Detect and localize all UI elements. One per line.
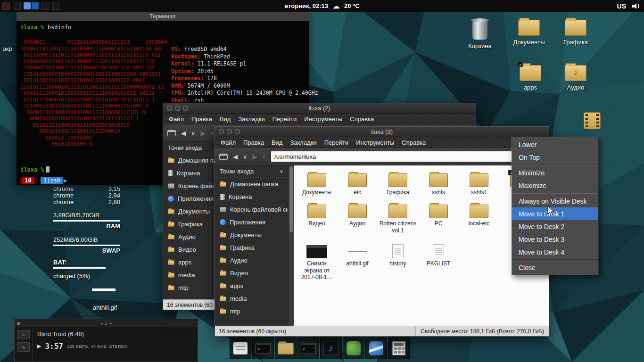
window-button[interactable] bbox=[175, 106, 180, 111]
window-titlebar[interactable]: iluxa (3) bbox=[215, 127, 549, 137]
player-titlebar[interactable]: ≡ ~ ♪ ~ bbox=[15, 319, 198, 327]
app-icon[interactable] bbox=[41, 2, 50, 10]
menu-view[interactable]: Вид bbox=[268, 138, 287, 147]
up-icon[interactable]: ↑ bbox=[263, 154, 266, 160]
menu-bookmarks[interactable]: Закладки bbox=[286, 138, 320, 147]
sidebar-item-graphics[interactable]: Графика bbox=[215, 241, 288, 254]
up-icon[interactable]: ↑ bbox=[211, 130, 214, 136]
menu-view[interactable]: Вид bbox=[216, 115, 235, 123]
menu-item-move-to-desk-3[interactable]: Move to Desk 3 bbox=[512, 233, 598, 246]
file-list-area[interactable]: Документы etc Графика sshfs sshfs1 ×fv В… bbox=[294, 165, 549, 326]
player-menu-icon[interactable]: ≡ bbox=[17, 321, 20, 326]
desktop-icon-trash[interactable]: Корзина bbox=[459, 19, 501, 49]
terminal-titlebar[interactable]: Терминал bbox=[17, 12, 309, 21]
taskbar-music-player[interactable]: ♪ bbox=[320, 337, 342, 359]
film-icon[interactable] bbox=[584, 112, 601, 129]
menu-item-minimize[interactable]: Minimize bbox=[512, 166, 598, 179]
menu-item-move-to-desk-1[interactable]: Move to Desk 1 bbox=[512, 207, 598, 220]
menu-file[interactable]: Файл bbox=[165, 115, 188, 123]
file-item[interactable]: sshfs bbox=[418, 169, 459, 197]
file-item[interactable]: Видео bbox=[297, 200, 337, 229]
scope-glyphs: ~ ♪ ~ bbox=[100, 321, 112, 326]
new-tab-icon[interactable] bbox=[219, 154, 228, 160]
play-icon[interactable]: ▶ bbox=[37, 343, 41, 349]
menu-item-always-on-visible-desk[interactable]: Always on Visible Desk bbox=[512, 195, 598, 207]
window-titlebar[interactable]: iluxa (2) bbox=[163, 103, 476, 114]
menu-help[interactable]: Справка bbox=[398, 138, 429, 147]
desktop-icon-apps[interactable]: × apps bbox=[509, 65, 552, 91]
history-dropdown-icon[interactable]: ∨ bbox=[243, 154, 248, 160]
menu-tools[interactable]: Инструменты bbox=[352, 138, 398, 147]
desktop-icon-graphics[interactable]: Графика bbox=[554, 20, 597, 46]
forward-icon[interactable]: ▶ bbox=[253, 154, 257, 160]
file-item[interactable]: local-etc bbox=[459, 200, 499, 229]
speaker-icon[interactable] bbox=[632, 3, 639, 9]
menu-item-move-to-desk-4[interactable]: Move to Desk 4 bbox=[512, 246, 598, 258]
forward-icon[interactable]: ▶ bbox=[201, 130, 206, 136]
menu-bookmarks[interactable]: Закладки bbox=[234, 115, 268, 123]
terminal-prompt[interactable]: iluxa % bbox=[20, 166, 50, 173]
sidebar-item-video[interactable]: Видео bbox=[215, 267, 288, 280]
launcher-icon[interactable] bbox=[2, 2, 10, 10]
window-button[interactable] bbox=[219, 129, 224, 134]
sidebar-item-applications[interactable]: Приложения bbox=[215, 216, 288, 229]
file-item[interactable]: Графика bbox=[378, 169, 418, 197]
desktop-pager-icon[interactable] bbox=[24, 2, 39, 9]
sidebar-item-home[interactable]: Домашняя папка bbox=[215, 178, 288, 190]
menu-go[interactable]: Перейти bbox=[269, 115, 301, 123]
file-item[interactable]: Снимок экрана от 2017-08-1… bbox=[297, 240, 337, 282]
menu-item-lower[interactable]: Lower bbox=[512, 138, 598, 151]
menu-item-maximize[interactable]: Maximize bbox=[512, 179, 598, 192]
file-item[interactable]: PKGLIST bbox=[418, 240, 459, 269]
places-header[interactable]: Точки входа∨ bbox=[215, 165, 288, 178]
file-item[interactable]: etc bbox=[337, 169, 378, 197]
path-input[interactable] bbox=[271, 151, 545, 162]
playlist-menu-button[interactable]: ≡ bbox=[17, 330, 30, 339]
taskbar-blue-app[interactable] bbox=[365, 337, 387, 359]
sidebar-item-media[interactable]: media bbox=[215, 292, 288, 305]
file-item[interactable]: Rotten citizens vol 1 bbox=[378, 200, 418, 236]
window-button[interactable] bbox=[227, 129, 232, 134]
sidebar-item-apps[interactable]: apps bbox=[215, 280, 288, 292]
taskbar-terminal[interactable]: >_ bbox=[252, 337, 274, 359]
sidebar-item-documents[interactable]: Документы bbox=[215, 229, 288, 241]
back-icon[interactable]: ◀ bbox=[181, 130, 186, 136]
back-icon[interactable]: ◀ bbox=[233, 154, 238, 160]
new-tab-icon[interactable] bbox=[167, 130, 176, 136]
app-icon[interactable] bbox=[13, 2, 21, 10]
sidebar-item-trash[interactable]: Корзина bbox=[215, 190, 288, 203]
keyboard-layout-indicator[interactable]: US bbox=[617, 2, 626, 10]
window-button[interactable] bbox=[167, 106, 172, 111]
sidebar-item-mtp[interactable]: mtp bbox=[215, 305, 288, 318]
menu-edit[interactable]: Правка bbox=[188, 115, 216, 123]
file-item[interactable]: Аудио bbox=[337, 200, 378, 229]
file-item[interactable]: history bbox=[378, 240, 418, 269]
sidebar-scrollbar[interactable] bbox=[288, 165, 294, 326]
next-track-button[interactable]: » bbox=[17, 342, 30, 352]
window-button[interactable] bbox=[235, 129, 240, 134]
menu-item-move-to-desk-2[interactable]: Move to Desk 2 bbox=[512, 220, 598, 233]
file-item[interactable]: PC bbox=[418, 200, 459, 229]
menu-edit[interactable]: Правка bbox=[239, 138, 268, 147]
file-item[interactable]: Документы bbox=[297, 169, 337, 197]
taskbar-file-manager[interactable] bbox=[230, 337, 251, 359]
sidebar-item-root[interactable]: Корень файловой си… bbox=[215, 203, 288, 216]
sidebar-item-audio[interactable]: Аудио bbox=[215, 254, 288, 267]
menu-tools[interactable]: Инструменты bbox=[300, 115, 346, 123]
file-item[interactable]: sshfs1 bbox=[459, 169, 499, 197]
app-icon[interactable] bbox=[52, 2, 60, 10]
desktop-icon-documents[interactable]: Документы bbox=[508, 20, 550, 46]
taskbar-terminal-2[interactable]: >_ bbox=[297, 337, 319, 359]
menu-item-close[interactable]: Close bbox=[512, 261, 598, 274]
menu-help[interactable]: Справка bbox=[346, 115, 378, 123]
taskbar-calculator[interactable] bbox=[388, 337, 410, 359]
file-item[interactable]: ahthill.gif bbox=[337, 240, 378, 269]
taskbar-green-app[interactable] bbox=[343, 337, 364, 359]
menu-item-on-top[interactable]: On Top bbox=[512, 151, 598, 164]
menu-go[interactable]: Перейти bbox=[321, 138, 353, 147]
desktop-icon-audio[interactable]: ♪ Аудио bbox=[554, 65, 597, 91]
menu-file[interactable]: Файл bbox=[217, 138, 239, 147]
window-button[interactable] bbox=[183, 106, 188, 111]
taskbar-folder[interactable] bbox=[275, 337, 297, 359]
history-dropdown-icon[interactable]: ∨ bbox=[191, 130, 196, 136]
